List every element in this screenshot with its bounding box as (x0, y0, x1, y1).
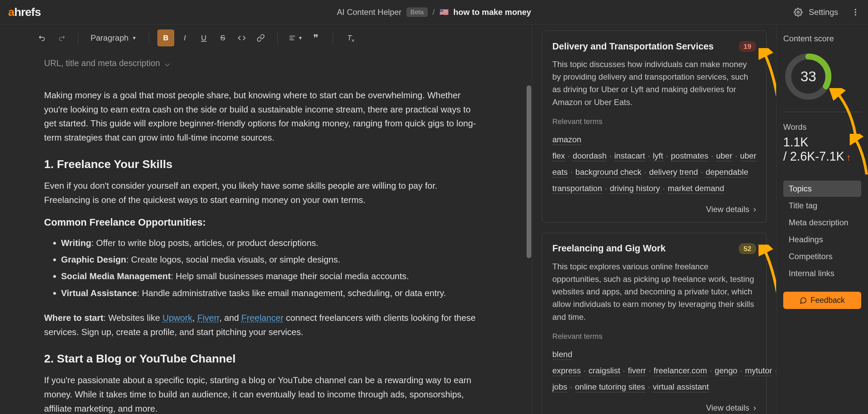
term[interactable]: online tutoring sites (575, 382, 645, 392)
chevron-right-icon: › (753, 403, 756, 413)
more-menu-icon[interactable] (851, 8, 860, 17)
topic-card-title: Delivery and Transportation Services (552, 41, 714, 52)
term[interactable]: background check (575, 167, 642, 178)
block-type-dropdown[interactable]: Paragraph ▼ (86, 33, 141, 43)
redo-button[interactable] (53, 29, 70, 46)
fiverr-link[interactable]: Fiverr (197, 313, 219, 323)
feedback-label: Feedback (810, 296, 845, 305)
heading-blog[interactable]: 2. Start a Blog or YouTube Channel (44, 352, 485, 365)
editor-body[interactable]: URL, title and meta description ⌵ Making… (0, 51, 532, 414)
settings-link[interactable]: Settings (809, 7, 838, 17)
chevron-down-icon: ▼ (132, 35, 137, 41)
quote-button[interactable]: ❞ (308, 29, 324, 46)
where-to-start-paragraph[interactable]: Where to start: Websites like Upwork, Fi… (44, 311, 485, 339)
gear-icon[interactable] (794, 8, 803, 17)
flag-icon: 🇺🇸 (439, 8, 449, 17)
undo-button[interactable] (34, 29, 51, 46)
meta-toggle[interactable]: URL, title and meta description ⌵ (44, 58, 485, 68)
topic-description: This topic discusses how individuals can… (552, 58, 756, 108)
term[interactable]: blend express (552, 350, 581, 376)
term[interactable]: virtual assistant (653, 382, 709, 392)
logo-prefix: a (8, 5, 14, 18)
editor-toolbar: Paragraph ▼ B I U S ▼ ❞ T✕ (0, 24, 532, 51)
score-nav-item[interactable]: Internal links (783, 265, 861, 282)
feedback-button[interactable]: Feedback (783, 292, 861, 309)
logo-rest: hrefs (14, 5, 41, 18)
relevant-terms-label: Relevant terms (552, 117, 756, 126)
freelancer-link[interactable]: Freelancer (241, 313, 283, 323)
editor-panel: Paragraph ▼ B I U S ▼ ❞ T✕ URL, (0, 24, 532, 414)
editor-content[interactable]: Making money is a goal that most people … (44, 88, 485, 414)
link-button[interactable] (252, 29, 269, 46)
chevron-down-icon: ⌵ (165, 58, 170, 68)
topic-title[interactable]: how to make money (453, 7, 531, 17)
svg-point-1 (855, 9, 856, 10)
terms-list: blend express·craigslist·fiverr·freelanc… (552, 346, 756, 395)
chevron-right-icon: › (753, 205, 756, 214)
score-nav-item[interactable]: Topics (783, 181, 861, 197)
subheading-opportunities[interactable]: Common Freelance Opportunities: (44, 217, 485, 228)
term[interactable]: craigslist (589, 366, 620, 376)
meta-toggle-label: URL, title and meta description (44, 58, 160, 68)
term[interactable]: gengo (715, 366, 737, 376)
app-header: ahrefs AI Content Helper Beta / 🇺🇸 how t… (0, 0, 868, 24)
paragraph[interactable]: If you're passionate about a specific to… (44, 373, 485, 414)
clear-format-button[interactable]: T✕ (341, 29, 358, 46)
topic-card: Freelancing and Gig Work 52 This topic e… (542, 233, 767, 414)
code-button[interactable] (233, 29, 250, 46)
score-nav-item[interactable]: Headings (783, 231, 861, 248)
score-nav-item[interactable]: Title tag (783, 198, 861, 214)
scrollbar-thumb[interactable] (527, 85, 531, 258)
score-panel: Content score 33 Words 1.1K / 2.6K-7.1K↑… (776, 24, 868, 414)
term[interactable]: delivery trend (649, 167, 698, 178)
topic-card: Delivery and Transportation Services 19 … (542, 30, 767, 223)
term[interactable]: driving history (610, 184, 660, 194)
term[interactable]: lyft (653, 151, 663, 161)
term[interactable]: instacart (614, 151, 645, 161)
list-item[interactable]: Graphic Design: Create logos, social med… (61, 251, 485, 268)
relevant-terms-label: Relevant terms (552, 332, 756, 341)
topics-panel: Delivery and Transportation Services 19 … (532, 24, 776, 414)
score-nav-item[interactable]: Meta description (783, 214, 861, 231)
term[interactable]: freelancer.com (654, 366, 707, 376)
term[interactable]: uber (716, 151, 732, 161)
list-item[interactable]: Social Media Management: Help small busi… (61, 268, 485, 285)
bullet-list[interactable]: Writing: Offer to write blog posts, arti… (44, 235, 485, 302)
list-item[interactable]: Writing: Offer to write blog posts, arti… (61, 235, 485, 251)
content-score-gauge: 33 (783, 51, 833, 102)
topic-description: This topic explores various online freel… (552, 260, 756, 323)
term[interactable]: market demand (668, 184, 724, 194)
logo[interactable]: ahrefs (8, 5, 41, 19)
term[interactable]: postmates (671, 151, 709, 161)
feedback-icon (800, 297, 807, 304)
view-details-link[interactable]: View details › (552, 403, 756, 413)
content-score-value: 33 (801, 68, 816, 85)
align-button[interactable]: ▼ (286, 29, 305, 46)
underline-button[interactable]: U (195, 29, 212, 46)
upwork-link[interactable]: Upwork (162, 313, 192, 323)
app-name-label: AI Content Helper (337, 7, 402, 17)
paragraph[interactable]: Even if you don't consider yourself an e… (44, 179, 485, 207)
up-arrow-icon: ↑ (846, 152, 851, 163)
view-details-link[interactable]: View details › (552, 205, 756, 214)
words-range-row: / 2.6K-7.1K↑ (783, 149, 861, 164)
words-label: Words (783, 122, 861, 132)
term[interactable]: doordash (573, 151, 607, 161)
term[interactable]: mytutor (745, 366, 772, 376)
term[interactable]: fiverr (628, 366, 646, 376)
score-nav-list: TopicsTitle tagMeta descriptionHeadingsC… (783, 181, 861, 282)
breadcrumb-separator: / (432, 7, 435, 17)
svg-point-3 (855, 14, 856, 15)
italic-button[interactable]: I (176, 29, 193, 46)
terms-list: amazon flex·doordash·instacart·lyft·post… (552, 131, 756, 196)
topic-score-badge: 52 (739, 243, 756, 254)
block-type-label: Paragraph (91, 33, 129, 43)
score-nav-item[interactable]: Competitors (783, 248, 861, 265)
topic-card-title: Freelancing and Gig Work (552, 243, 666, 254)
strikethrough-button[interactable]: S (214, 29, 231, 46)
header-breadcrumb: AI Content Helper Beta / 🇺🇸 how to make … (337, 7, 531, 17)
intro-paragraph[interactable]: Making money is a goal that most people … (44, 88, 485, 145)
heading-freelance[interactable]: 1. Freelance Your Skills (44, 158, 485, 171)
list-item[interactable]: Virtual Assistance: Handle administrativ… (61, 285, 485, 302)
bold-button[interactable]: B (157, 29, 174, 46)
